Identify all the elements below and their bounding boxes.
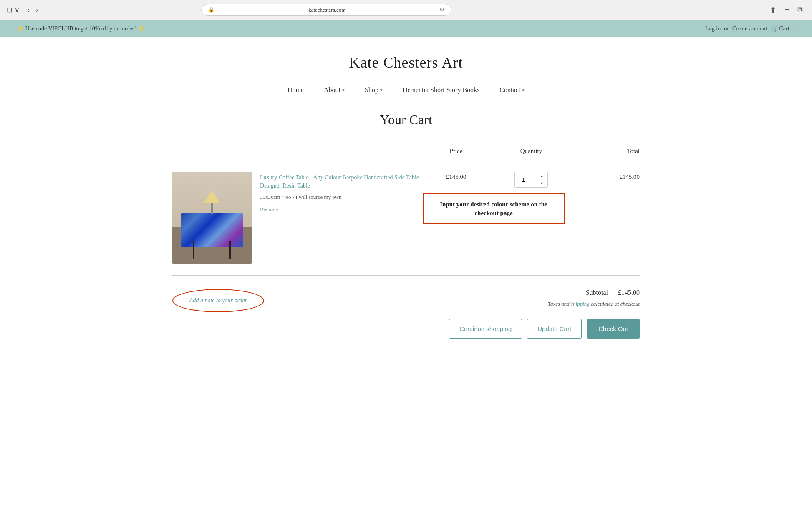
table-leg-right [229,241,231,259]
lock-icon: 🔒 [208,7,214,13]
product-image [172,172,252,264]
window-controls: ⊡ ∨ [7,6,20,14]
about-chevron-icon: ▾ [342,88,345,93]
nav-about-label: About [324,86,340,94]
cart-count: Cart: 1 [779,25,796,32]
col-price-header: Price [423,148,489,155]
promo-actions: Log in or Create account 🛒 Cart: 1 [705,25,795,32]
lamp-shade [204,191,220,203]
site-title: Kate Chesters Art [8,54,804,71]
site-header: Kate Chesters Art [0,37,812,80]
qty-arrows: ▲ ▼ [538,172,545,187]
update-cart-button[interactable]: Update Cart [527,319,582,339]
checkout-button[interactable]: Check Out [587,319,640,339]
nav-contact[interactable]: Contact ▾ [499,86,525,94]
col-item-header [172,148,423,155]
url-text: katechesters.com [218,7,436,13]
browser-nav-buttons: ‹ › [25,5,41,15]
forward-button[interactable]: › [33,5,40,15]
nav-home[interactable]: Home [287,86,304,94]
product-name-link[interactable]: Luxury Coffee Table - Any Colour Bespoke… [260,173,423,190]
nav-contact-label: Contact [499,86,520,94]
back-button[interactable]: ‹ [25,5,32,15]
order-note-area: Add a note to your order [172,289,264,312]
window-tab-icon[interactable]: ⊡ [7,6,12,14]
reload-icon[interactable]: ↻ [439,6,444,13]
order-note-label: Add a note to your order [189,297,247,304]
cart-item-total: £145.00 [573,172,640,181]
browser-chrome: ⊡ ∨ ‹ › 🔒 katechesters.com ↻ ⬆ + ⧉ [0,0,812,20]
nav-about[interactable]: About ▾ [324,86,345,94]
cart-footer: Add a note to your order Subtotal £145.0… [172,289,640,339]
contact-chevron-icon: ▾ [522,88,525,93]
tooltip-text: Input your desired colour scheme on the … [440,201,547,216]
nav-dementia[interactable]: Dementia Short Story Books [403,86,479,94]
shipping-link[interactable]: shipping [571,301,590,307]
cart-item-price: £145.00 [423,172,489,181]
col-qty-header: Quantity [489,148,573,155]
window-tab-chevron: ∨ [15,6,20,14]
new-tab-button[interactable]: + [782,4,792,16]
qty-decrement-button[interactable]: ▼ [538,180,545,187]
or-separator: or [724,25,729,32]
remove-link[interactable]: Remove [260,206,278,213]
cart-totals: Subtotal £145.00 Taxes and shipping calc… [449,289,640,339]
table-row: Luxury Coffee Table - Any Colour Bespoke… [172,160,640,276]
login-link[interactable]: Log in [705,25,721,32]
table-leg-left [193,241,194,259]
cart-icon-area[interactable]: 🛒 Cart: 1 [771,25,796,32]
order-note-button[interactable]: Add a note to your order [172,289,264,312]
table-surface [181,213,243,247]
cart-title: Your Cart [172,112,640,128]
page-content: Your Cart Price Quantity Total Luxury Co… [156,104,656,364]
col-total-header: Total [573,148,640,155]
cart-actions: Continue shopping Update Cart Check Out [449,319,640,339]
qty-increment-button[interactable]: ▲ [538,172,545,180]
subtotal-amount: £145.00 [618,289,640,296]
windows-button[interactable]: ⧉ [795,4,805,16]
tax-note-prefix: Taxes and [548,301,571,307]
nav-dementia-label: Dementia Short Story Books [403,86,479,94]
promo-banner: ⚡ Use code VIPCLUB to get 10% off your o… [0,20,812,37]
nav-shop[interactable]: Shop ▾ [365,86,383,94]
address-bar[interactable]: 🔒 katechesters.com ↻ [201,4,451,16]
product-details: Luxury Coffee Table - Any Colour Bespoke… [260,172,423,213]
tooltip-box: Input your desired colour scheme on the … [423,193,565,224]
shop-chevron-icon: ▾ [380,88,383,93]
quantity-stepper[interactable]: ▲ ▼ [514,172,548,188]
quantity-input[interactable] [515,172,538,187]
cart-headers: Price Quantity Total [172,144,640,160]
browser-actions: ⬆ + ⧉ [767,4,805,16]
nav-shop-label: Shop [365,86,378,94]
cart-icon: 🛒 [771,25,778,32]
nav-home-label: Home [287,86,304,94]
create-account-link[interactable]: Create account [732,25,767,32]
share-button[interactable]: ⬆ [767,4,779,16]
tax-note: Taxes and shipping calculated at checkou… [449,301,640,307]
lamp-base [211,202,213,214]
promo-text: ⚡ Use code VIPCLUB to get 10% off your o… [17,25,144,32]
tax-note-suffix: calculated at checkout [590,301,640,307]
main-nav: Home About ▾ Shop ▾ Dementia Short Story… [0,80,812,104]
subtotal-row: Subtotal £145.00 [449,289,640,296]
continue-shopping-button[interactable]: Continue shopping [449,319,522,339]
product-variant: 35x30cm / No - I will source my own [260,194,423,201]
subtotal-label: Subtotal [586,289,608,296]
cart-item-info: Luxury Coffee Table - Any Colour Bespoke… [172,172,423,264]
cart-item-quantity-wrapper: ▲ ▼ [489,172,573,188]
